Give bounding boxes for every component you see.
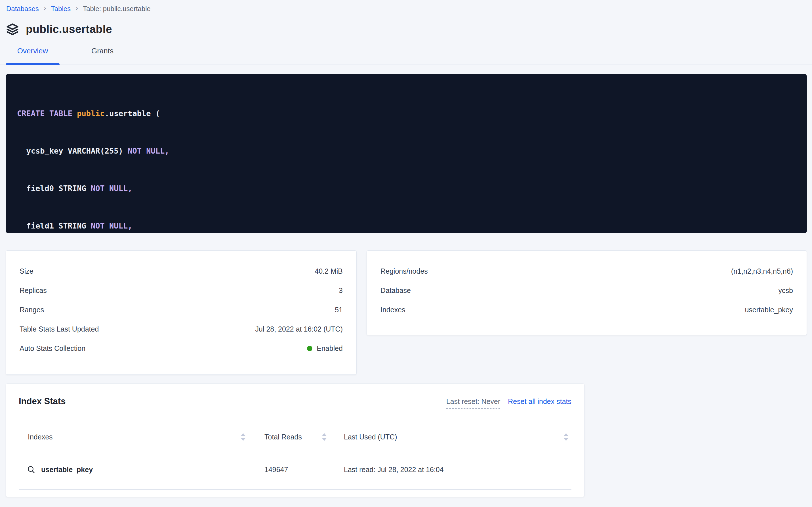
sort-arrows-icon xyxy=(322,433,327,441)
breadcrumb-link-databases[interactable]: Databases xyxy=(6,5,39,13)
status-dot-icon xyxy=(307,346,312,351)
sql-line: ycsb_key VARCHAR(255) NOT NULL, xyxy=(17,145,796,157)
active-tab-indicator xyxy=(6,63,60,65)
layers-icon xyxy=(6,22,19,36)
sql-line: CREATE TABLE public.usertable ( xyxy=(17,107,796,120)
sql-line: field1 STRING NOT NULL, xyxy=(17,220,796,232)
stat-value: 3 xyxy=(339,286,343,295)
last-reset-info: Last reset: Never xyxy=(446,397,500,409)
stat-value: (n1,n2,n3,n4,n5,n6) xyxy=(731,267,793,275)
tab-overview[interactable]: Overview xyxy=(6,47,60,64)
summary-cards: Size 40.2 MiB Replicas 3 Ranges 51 Table… xyxy=(6,250,807,375)
tab-grants[interactable]: Grants xyxy=(75,47,129,64)
tabs: Overview Grants xyxy=(0,47,812,64)
stat-row-indexes: Indexes usertable_pkey xyxy=(380,300,793,319)
index-table-header: Indexes Total Reads Last Used (UTC) xyxy=(19,425,571,450)
tabs-divider xyxy=(0,64,812,64)
stat-label: Size xyxy=(19,267,34,275)
stat-label: Regions/nodes xyxy=(380,267,428,275)
sort-arrows-icon xyxy=(241,433,246,441)
index-stats-card: Index Stats Last reset: Never Reset all … xyxy=(6,384,584,497)
breadcrumb-link-tables[interactable]: Tables xyxy=(51,5,71,13)
table-details-card: Size 40.2 MiB Replicas 3 Ranges 51 Table… xyxy=(6,250,357,375)
sort-arrows-icon xyxy=(563,433,569,441)
page-header: public.usertable xyxy=(6,22,812,36)
last-used-value: Last read: Jul 28, 2022 at 16:04 xyxy=(336,465,571,474)
column-header-total-reads[interactable]: Total Reads xyxy=(254,433,336,441)
stat-value: ycsb xyxy=(778,286,793,295)
stat-value: usertable_pkey xyxy=(745,306,793,314)
stat-row-stats-updated: Table Stats Last Updated Jul 28, 2022 at… xyxy=(19,319,343,339)
chevron-right-icon: › xyxy=(44,4,46,13)
stat-label: Replicas xyxy=(19,286,47,295)
stat-label: Auto Stats Collection xyxy=(19,344,85,352)
page-title: public.usertable xyxy=(26,23,112,36)
search-icon xyxy=(27,465,36,474)
stat-value: 40.2 MiB xyxy=(315,267,343,275)
index-name: usertable_pkey xyxy=(41,465,93,474)
stat-value: 51 xyxy=(335,306,343,314)
sql-line: field0 STRING NOT NULL, xyxy=(17,182,796,195)
index-name-link[interactable]: usertable_pkey xyxy=(19,465,254,474)
status-badge: Enabled xyxy=(307,344,343,352)
create-table-statement: CREATE TABLE public.usertable ( ycsb_key… xyxy=(6,74,807,233)
column-header-last-used[interactable]: Last Used (UTC) xyxy=(336,433,571,441)
stat-row-size: Size 40.2 MiB xyxy=(19,262,343,281)
table-location-card: Regions/nodes (n1,n2,n3,n4,n5,n6) Databa… xyxy=(367,250,807,335)
stat-row-ranges: Ranges 51 xyxy=(19,300,343,319)
column-label: Total Reads xyxy=(254,433,302,441)
stat-row-replicas: Replicas 3 xyxy=(19,281,343,300)
stat-value: Jul 28, 2022 at 16:02 (UTC) xyxy=(255,325,343,333)
total-reads-value: 149647 xyxy=(254,465,336,474)
stat-row-database: Database ycsb xyxy=(380,281,793,300)
column-header-indexes[interactable]: Indexes xyxy=(19,433,254,441)
stat-label: Table Stats Last Updated xyxy=(19,325,99,333)
index-stats-title: Index Stats xyxy=(19,396,66,406)
reset-all-index-stats-link[interactable]: Reset all index stats xyxy=(508,397,571,406)
chevron-right-icon: › xyxy=(75,4,78,13)
breadcrumb: Databases › Tables › Table: public.usert… xyxy=(0,0,812,13)
stat-label: Ranges xyxy=(19,306,44,314)
stat-label: Database xyxy=(380,286,411,295)
status-text: Enabled xyxy=(317,344,343,352)
breadcrumb-current: Table: public.usertable xyxy=(83,5,151,13)
stat-label: Indexes xyxy=(380,306,405,314)
column-label: Last Used (UTC) xyxy=(336,433,397,441)
stat-row-regions: Regions/nodes (n1,n2,n3,n4,n5,n6) xyxy=(380,262,793,281)
index-table-row: usertable_pkey 149647 Last read: Jul 28,… xyxy=(19,450,571,490)
stat-row-auto-stats: Auto Stats Collection Enabled xyxy=(19,339,343,358)
column-label: Indexes xyxy=(19,433,53,441)
